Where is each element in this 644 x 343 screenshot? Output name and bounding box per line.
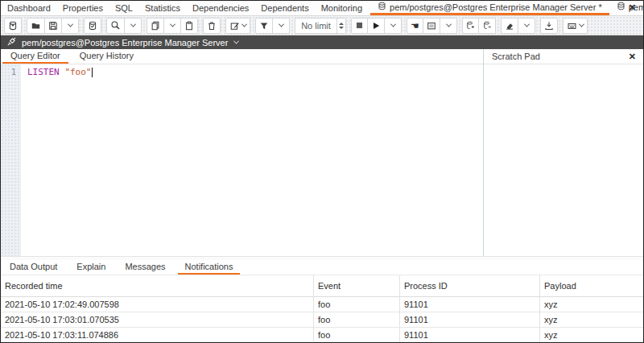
- edit-button[interactable]: [225, 18, 250, 34]
- table-row[interactable]: 2021-05-10 17:03:11.074886 foo 91101 xyz: [1, 328, 643, 343]
- explain-options-dropdown-button[interactable]: [440, 18, 457, 34]
- explain-button[interactable]: ☚: [407, 18, 423, 34]
- search-icon: [110, 20, 121, 31]
- eraser-icon: [505, 21, 514, 31]
- commit-button[interactable]: [462, 18, 479, 34]
- delete-button[interactable]: [203, 18, 221, 34]
- filter-button[interactable]: [255, 18, 273, 34]
- funnel-icon: [259, 21, 269, 31]
- clear-button[interactable]: [501, 18, 518, 34]
- tab-query-editor[interactable]: Query Editor: [2, 49, 68, 64]
- query-tool-window: Dashboard Properties SQL Statistics Depe…: [0, 0, 644, 343]
- cell-recorded-time[interactable]: 2021-05-10 17:02:49.007598: [1, 297, 314, 312]
- code-line[interactable]: LISTEN "foo": [21, 64, 483, 256]
- row-limit-select[interactable]: No limit: [295, 18, 346, 34]
- connection-label: pem/postgres@Postgres Enterprise Manager…: [22, 38, 228, 48]
- save-dropdown-button[interactable]: [62, 18, 79, 34]
- copy-icon: [151, 21, 160, 31]
- close-icon[interactable]: ✕: [629, 2, 636, 13]
- tab-messages[interactable]: Messages: [118, 260, 172, 275]
- tab-query-tool-active[interactable]: pem/postgres@Postgres Enterprise Manager…: [370, 1, 609, 15]
- tab-statistics[interactable]: Statistics: [145, 3, 180, 13]
- column-header-recorded-time[interactable]: Recorded time: [1, 275, 314, 297]
- tab-monitoring[interactable]: Monitoring: [321, 3, 362, 13]
- cell-payload[interactable]: xyz: [540, 312, 643, 328]
- chevron-down-icon: [579, 22, 584, 27]
- table-row[interactable]: 2021-05-10 17:03:01.070535 foo 91101 xyz: [1, 312, 643, 328]
- tab-dependencies[interactable]: Dependencies: [192, 3, 249, 13]
- database-icon: [8, 21, 18, 31]
- tab-notifications[interactable]: Notifications: [178, 260, 241, 275]
- row-limit-value: No limit: [295, 21, 336, 31]
- connection-bar[interactable]: pem/postgres@Postgres Enterprise Manager…: [1, 35, 643, 49]
- cell-event[interactable]: foo: [314, 297, 400, 312]
- sql-string: "foo": [64, 67, 91, 77]
- cell-process-id[interactable]: 91101: [400, 312, 540, 328]
- cell-event[interactable]: foo: [314, 312, 400, 328]
- column-header-payload[interactable]: Payload: [540, 275, 643, 297]
- explain-analyze-icon: [427, 21, 436, 31]
- tab-query-tool-inactive[interactable]: pem/postgres...: [609, 1, 644, 15]
- scratch-pad-title: Scratch Pad: [492, 52, 540, 61]
- query-toolbar: No limit ☚: [1, 16, 643, 35]
- workspace: Query Editor Query History 1 LISTEN "foo…: [1, 49, 643, 257]
- download-csv-button[interactable]: [540, 18, 558, 34]
- clear-dropdown-button[interactable]: [518, 18, 535, 34]
- paste-button[interactable]: [181, 18, 198, 34]
- chevron-down-icon: [390, 22, 395, 27]
- column-header-event[interactable]: Event: [314, 275, 400, 297]
- cell-process-id[interactable]: 91101: [400, 297, 540, 312]
- scratch-pad-header: Scratch Pad ✕: [484, 49, 643, 64]
- scratch-pad-pane: Scratch Pad ✕: [484, 49, 643, 256]
- table-row[interactable]: 2021-05-10 17:02:49.007598 foo 91101 xyz: [1, 297, 643, 312]
- database-icon: [617, 2, 625, 12]
- close-icon[interactable]: ✕: [629, 52, 636, 62]
- save-data-changes-button[interactable]: [84, 18, 101, 34]
- open-file-button[interactable]: [27, 18, 45, 34]
- chevron-down-icon: [130, 22, 135, 27]
- cell-recorded-time[interactable]: 2021-05-10 17:03:01.070535: [1, 312, 314, 328]
- find-button[interactable]: [106, 18, 125, 34]
- browser-tabs: Dashboard Properties SQL Statistics Depe…: [1, 1, 370, 15]
- sql-editor[interactable]: 1 LISTEN "foo": [1, 64, 483, 256]
- tab-properties[interactable]: Properties: [63, 3, 103, 13]
- database-commit-icon: [466, 21, 475, 30]
- cell-recorded-time[interactable]: 2021-05-10 17:03:11.074886: [1, 328, 314, 343]
- output-tabs: Data Output Explain Messages Notificatio…: [1, 260, 643, 275]
- cell-payload[interactable]: xyz: [540, 328, 643, 343]
- tab-explain[interactable]: Explain: [69, 260, 113, 275]
- copy-dropdown-button[interactable]: [164, 18, 181, 34]
- paste-icon: [184, 21, 194, 31]
- rollback-button[interactable]: [479, 18, 496, 34]
- database-icon: [378, 2, 386, 12]
- save-button[interactable]: [45, 18, 62, 34]
- save-icon: [48, 21, 58, 31]
- connection-icon: [6, 36, 17, 48]
- pencil-square-icon: [229, 21, 240, 31]
- execute-dropdown-button[interactable]: [385, 18, 402, 34]
- tab-dashboard[interactable]: Dashboard: [7, 3, 51, 13]
- find-dropdown-button[interactable]: [125, 18, 142, 34]
- column-header-process-id[interactable]: Process ID: [400, 275, 540, 297]
- database-rollback-icon: [483, 21, 492, 30]
- tab-sql[interactable]: SQL: [115, 3, 133, 13]
- copy-button[interactable]: [147, 18, 164, 34]
- stop-button[interactable]: [351, 18, 368, 34]
- scratch-pad-input[interactable]: [484, 64, 643, 256]
- chevron-down-icon: [67, 22, 72, 27]
- tab-data-output[interactable]: Data Output: [2, 260, 64, 275]
- execute-button[interactable]: [368, 18, 385, 34]
- spinner-icon[interactable]: [336, 19, 345, 33]
- tab-query-history[interactable]: Query History: [72, 49, 142, 64]
- download-icon: [544, 21, 554, 31]
- query-tool-button[interactable]: [4, 18, 22, 34]
- query-tab-label: pem/postgres@Postgres Enterprise Manager…: [390, 2, 602, 12]
- explain-analyze-button[interactable]: [423, 18, 440, 34]
- tab-dependents[interactable]: Dependents: [261, 3, 308, 13]
- cell-event[interactable]: foo: [314, 328, 400, 343]
- cell-process-id[interactable]: 91101: [400, 328, 540, 343]
- cell-payload[interactable]: xyz: [540, 297, 643, 312]
- stop-icon: [355, 21, 364, 30]
- macro-button[interactable]: [563, 18, 588, 34]
- filter-dropdown-button[interactable]: [273, 18, 290, 34]
